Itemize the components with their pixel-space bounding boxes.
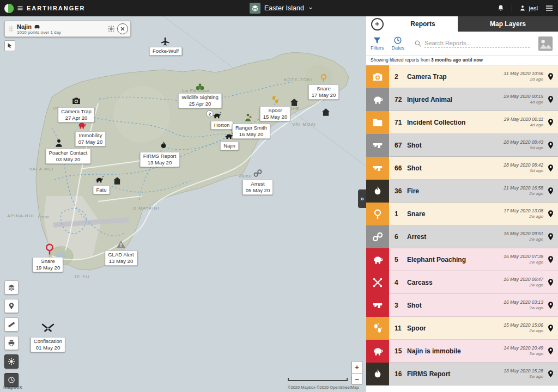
zoom-in-button[interactable]: + bbox=[351, 361, 362, 373]
point-select-button[interactable] bbox=[4, 40, 15, 51]
map-event-label[interactable]: Horton bbox=[211, 121, 233, 130]
funnel-icon bbox=[373, 36, 381, 45]
measure-button[interactable] bbox=[4, 317, 19, 332]
panel-collapse-button[interactable]: » bbox=[358, 189, 366, 208]
map-event-label[interactable]: Snare19 May 20 bbox=[33, 257, 63, 272]
map-event-label[interactable]: Ranger Smith16 May 20 bbox=[232, 124, 270, 139]
site-selector[interactable]: Easter Island bbox=[250, 0, 313, 16]
location-pin-icon[interactable] bbox=[546, 72, 558, 81]
house-marker-icon[interactable] bbox=[321, 107, 331, 117]
map-event-label[interactable]: Snare17 May 20 bbox=[308, 84, 339, 100]
notifications-bell-icon[interactable] bbox=[497, 4, 505, 12]
map-event-label[interactable]: Arrest05 May 20 bbox=[242, 180, 273, 195]
location-pin-icon[interactable] bbox=[546, 301, 558, 309]
map[interactable]: UNAILa PérouseKOTE-TOKIOROIHEVĀI MOAIVAI… bbox=[0, 16, 366, 392]
report-row[interactable]: 72Injured Animal29 May 2020 00:154d ago bbox=[366, 88, 558, 111]
location-pin-icon[interactable] bbox=[546, 141, 558, 149]
cluster-count-badge[interactable]: 2 bbox=[207, 111, 214, 118]
map-event-label[interactable]: Wildlife Sighting25 Apr 20 bbox=[178, 93, 222, 108]
location-pin-icon[interactable] bbox=[546, 324, 558, 332]
report-row[interactable]: 3Shot16 May 2020 03:132w ago bbox=[366, 294, 558, 317]
settings-button[interactable] bbox=[4, 354, 19, 369]
filters-button[interactable]: Filters bbox=[371, 36, 384, 51]
elephant-marker-icon[interactable] bbox=[77, 120, 87, 130]
location-pin-icon[interactable] bbox=[546, 232, 558, 241]
report-count: 4 bbox=[395, 279, 403, 286]
add-report-button[interactable] bbox=[371, 18, 384, 30]
report-row[interactable]: 4Carcass16 May 2020 06:472w ago bbox=[366, 271, 558, 294]
dates-button[interactable]: Dates bbox=[392, 36, 405, 51]
search-reports-input[interactable] bbox=[424, 39, 530, 48]
report-row[interactable]: 2Camera Trap31 May 2020 10:562d ago bbox=[366, 65, 558, 88]
report-row[interactable]: 1Snare17 May 2020 13:082w ago bbox=[366, 203, 558, 225]
rhino-marker-icon[interactable] bbox=[212, 111, 222, 120]
map-place-label: Pont bbox=[38, 215, 49, 219]
map-event-label[interactable]: Spoor15 May 20 bbox=[260, 106, 290, 121]
report-count: 3 bbox=[395, 302, 403, 309]
report-row[interactable]: 36Fire21 May 2020 16:582w ago bbox=[366, 180, 558, 203]
vehicle-icon bbox=[34, 23, 40, 30]
rhino-marker-icon[interactable] bbox=[224, 131, 234, 141]
map-event-label[interactable]: Fatu bbox=[93, 186, 110, 194]
location-pin-icon[interactable] bbox=[546, 164, 558, 172]
camera-marker-icon[interactable] bbox=[71, 96, 81, 106]
location-pin-icon[interactable] bbox=[546, 187, 558, 195]
report-row[interactable]: 15Najin is immobile14 May 2020 20:493w a… bbox=[366, 340, 558, 363]
binoculars-marker-icon[interactable] bbox=[195, 82, 205, 91]
footprints-marker-icon[interactable] bbox=[270, 95, 280, 105]
track-close-button[interactable] bbox=[117, 23, 128, 34]
plane-marker-icon[interactable] bbox=[160, 36, 170, 46]
report-count: 67 bbox=[395, 142, 403, 149]
tab-reports[interactable]: Reports bbox=[388, 16, 458, 32]
user-menu[interactable]: jesl bbox=[519, 5, 538, 11]
flame-marker-icon[interactable] bbox=[159, 140, 168, 150]
rhino-marker-icon[interactable] bbox=[94, 175, 104, 185]
map-event-label[interactable]: Najin bbox=[220, 142, 239, 150]
report-row[interactable]: 5Elephant Poaching16 May 2020 07:392w ag… bbox=[366, 248, 558, 271]
report-title: Injured Animal bbox=[407, 96, 504, 103]
location-pin-icon[interactable] bbox=[546, 278, 558, 286]
drag-handle-icon[interactable] bbox=[7, 25, 15, 33]
track-settings-gear-icon[interactable] bbox=[107, 25, 115, 33]
alert-marker-icon[interactable] bbox=[116, 240, 126, 249]
location-pin-icon[interactable] bbox=[546, 370, 558, 378]
location-pin-icon[interactable] bbox=[546, 118, 558, 126]
map-event-label[interactable]: Camera Trap27 Apr 20 bbox=[58, 107, 94, 122]
ranger-marker-icon[interactable] bbox=[243, 113, 253, 122]
location-pin-icon[interactable] bbox=[546, 255, 558, 264]
snare-marker-icon[interactable] bbox=[319, 73, 329, 83]
person-marker-icon[interactable] bbox=[54, 138, 64, 148]
report-row[interactable]: 11Spoor15 May 2020 15:062w ago bbox=[366, 317, 558, 340]
map-event-label[interactable]: FIRMS Report13 May 20 bbox=[140, 152, 180, 167]
map-event-label[interactable]: Poacher Contact03 May 20 bbox=[46, 149, 91, 164]
map-event-label[interactable]: Focke-Wulf bbox=[149, 47, 182, 56]
tab-map-layers[interactable]: Map Layers bbox=[458, 16, 558, 32]
photo-filter-button[interactable] bbox=[537, 35, 554, 52]
location-pin-icon[interactable] bbox=[546, 210, 558, 218]
guns-marker-icon[interactable] bbox=[41, 321, 55, 334]
track-card[interactable]: Najin 1010 points over 1 day bbox=[4, 21, 131, 37]
map-event-label[interactable]: GLAD Alert13 May 20 bbox=[105, 250, 137, 266]
report-row[interactable]: 67Shot28 May 2020 08:435d ago bbox=[366, 134, 558, 157]
layers-button[interactable] bbox=[4, 280, 19, 295]
print-button[interactable] bbox=[4, 336, 19, 350]
house-marker-icon[interactable] bbox=[112, 176, 122, 186]
location-pin-icon[interactable] bbox=[546, 347, 558, 355]
report-count: 15 bbox=[395, 347, 403, 355]
brand[interactable]: EARTHRANGER bbox=[4, 4, 86, 13]
cursor-arrow-icon bbox=[7, 42, 13, 49]
handcuffs-marker-icon[interactable] bbox=[253, 168, 263, 178]
house-marker-icon[interactable] bbox=[289, 97, 299, 107]
report-row[interactable]: 16FIRMS Report13 May 2020 15:283w ago bbox=[366, 363, 558, 385]
map-event-label[interactable]: Immobility07 May 20 bbox=[75, 131, 106, 146]
report-row[interactable]: 71Incident Collection29 May 2020 00:114d… bbox=[366, 111, 558, 134]
zoom-out-button[interactable]: − bbox=[351, 373, 362, 385]
report-row[interactable]: 66Shot28 May 2020 08:425d ago bbox=[366, 157, 558, 180]
time-button[interactable] bbox=[4, 373, 19, 387]
hamburger-menu-icon[interactable] bbox=[545, 4, 554, 13]
map-event-label[interactable]: Confiscation01 May 20 bbox=[31, 337, 65, 352]
report-row[interactable]: 6Arrest16 May 2020 09:512w ago bbox=[366, 225, 558, 248]
add-marker-button[interactable] bbox=[4, 299, 19, 313]
location-pin-icon[interactable] bbox=[546, 95, 558, 103]
snare-marker-icon[interactable] bbox=[43, 242, 57, 256]
